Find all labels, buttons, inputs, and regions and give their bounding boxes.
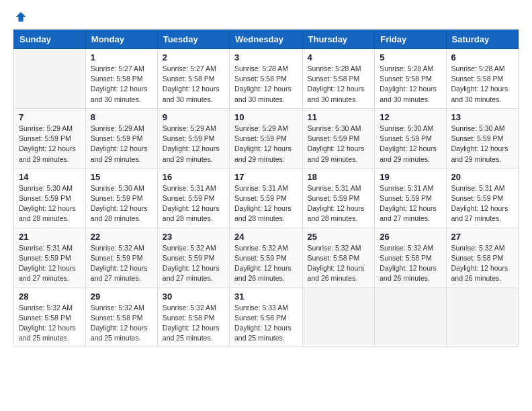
day-number: 17	[234, 172, 298, 182]
day-number: 22	[91, 232, 152, 242]
day-number: 30	[163, 291, 224, 302]
day-number: 1	[91, 52, 152, 62]
calendar-cell: 24Sunrise: 5:32 AM Sunset: 5:59 PM Dayli…	[230, 228, 303, 287]
day-number: 15	[91, 172, 152, 182]
calendar-week-row: 28Sunrise: 5:32 AM Sunset: 5:58 PM Dayli…	[14, 287, 519, 347]
calendar-cell	[446, 287, 518, 347]
day-number: 28	[19, 291, 81, 302]
day-info: Sunrise: 5:27 AM Sunset: 5:58 PM Dayligh…	[163, 64, 224, 105]
calendar-day-header: Thursday	[302, 30, 375, 49]
calendar-cell	[302, 287, 375, 347]
day-number: 2	[163, 52, 224, 62]
day-info: Sunrise: 5:29 AM Sunset: 5:59 PM Dayligh…	[234, 124, 298, 165]
day-number: 9	[163, 112, 224, 122]
calendar-cell: 18Sunrise: 5:31 AM Sunset: 5:59 PM Dayli…	[302, 168, 375, 228]
day-info: Sunrise: 5:33 AM Sunset: 5:58 PM Dayligh…	[234, 303, 298, 344]
day-number: 16	[163, 172, 224, 182]
calendar-cell: 6Sunrise: 5:28 AM Sunset: 5:58 PM Daylig…	[446, 49, 518, 109]
day-info: Sunrise: 5:30 AM Sunset: 5:59 PM Dayligh…	[91, 183, 152, 224]
day-info: Sunrise: 5:30 AM Sunset: 5:59 PM Dayligh…	[380, 124, 441, 165]
day-info: Sunrise: 5:32 AM Sunset: 5:58 PM Dayligh…	[163, 303, 224, 344]
calendar-cell: 16Sunrise: 5:31 AM Sunset: 5:59 PM Dayli…	[157, 168, 229, 228]
day-info: Sunrise: 5:29 AM Sunset: 5:59 PM Dayligh…	[163, 124, 224, 165]
day-number: 3	[234, 52, 298, 62]
calendar-day-header: Monday	[85, 30, 157, 49]
day-number: 25	[308, 232, 370, 242]
day-number: 27	[451, 232, 513, 242]
calendar-table: SundayMondayTuesdayWednesdayThursdayFrid…	[13, 30, 519, 347]
day-info: Sunrise: 5:31 AM Sunset: 5:59 PM Dayligh…	[308, 183, 370, 224]
calendar-day-header: Friday	[375, 30, 446, 49]
day-number: 11	[308, 112, 370, 122]
day-number: 7	[19, 112, 81, 122]
calendar-cell: 5Sunrise: 5:28 AM Sunset: 5:58 PM Daylig…	[375, 49, 446, 109]
svg-marker-0	[16, 12, 26, 21]
day-number: 6	[451, 52, 513, 62]
calendar-cell: 29Sunrise: 5:32 AM Sunset: 5:58 PM Dayli…	[85, 287, 157, 347]
calendar-cell: 27Sunrise: 5:32 AM Sunset: 5:58 PM Dayli…	[446, 228, 518, 287]
calendar-cell: 20Sunrise: 5:31 AM Sunset: 5:59 PM Dayli…	[446, 168, 518, 228]
calendar-day-header: Saturday	[446, 30, 518, 49]
calendar-week-row: 7Sunrise: 5:29 AM Sunset: 5:59 PM Daylig…	[14, 108, 519, 168]
calendar-cell: 25Sunrise: 5:32 AM Sunset: 5:58 PM Dayli…	[302, 228, 375, 287]
calendar-cell: 9Sunrise: 5:29 AM Sunset: 5:59 PM Daylig…	[157, 108, 229, 168]
calendar-cell: 14Sunrise: 5:30 AM Sunset: 5:59 PM Dayli…	[14, 168, 86, 228]
day-info: Sunrise: 5:27 AM Sunset: 5:58 PM Dayligh…	[91, 64, 152, 105]
calendar-day-header: Wednesday	[230, 30, 303, 49]
calendar-cell: 15Sunrise: 5:30 AM Sunset: 5:59 PM Dayli…	[85, 168, 157, 228]
day-info: Sunrise: 5:32 AM Sunset: 5:59 PM Dayligh…	[91, 243, 152, 284]
day-info: Sunrise: 5:31 AM Sunset: 5:59 PM Dayligh…	[234, 183, 298, 224]
day-info: Sunrise: 5:28 AM Sunset: 5:58 PM Dayligh…	[451, 64, 513, 105]
day-info: Sunrise: 5:31 AM Sunset: 5:59 PM Dayligh…	[163, 183, 224, 224]
day-info: Sunrise: 5:31 AM Sunset: 5:59 PM Dayligh…	[380, 183, 441, 224]
day-info: Sunrise: 5:28 AM Sunset: 5:58 PM Dayligh…	[234, 64, 298, 105]
calendar-cell: 13Sunrise: 5:30 AM Sunset: 5:59 PM Dayli…	[446, 108, 518, 168]
calendar-cell: 11Sunrise: 5:30 AM Sunset: 5:59 PM Dayli…	[302, 108, 375, 168]
day-number: 21	[19, 232, 81, 242]
calendar-cell: 30Sunrise: 5:32 AM Sunset: 5:58 PM Dayli…	[157, 287, 229, 347]
day-info: Sunrise: 5:32 AM Sunset: 5:58 PM Dayligh…	[19, 303, 81, 344]
logo	[13, 13, 27, 19]
day-info: Sunrise: 5:28 AM Sunset: 5:58 PM Dayligh…	[308, 64, 370, 105]
day-number: 10	[234, 112, 298, 122]
day-info: Sunrise: 5:29 AM Sunset: 5:59 PM Dayligh…	[91, 124, 152, 165]
calendar-cell: 17Sunrise: 5:31 AM Sunset: 5:59 PM Dayli…	[230, 168, 303, 228]
day-info: Sunrise: 5:32 AM Sunset: 5:59 PM Dayligh…	[234, 243, 298, 284]
day-info: Sunrise: 5:32 AM Sunset: 5:58 PM Dayligh…	[451, 243, 513, 284]
calendar-cell: 23Sunrise: 5:32 AM Sunset: 5:59 PM Dayli…	[157, 228, 229, 287]
calendar-cell: 26Sunrise: 5:32 AM Sunset: 5:58 PM Dayli…	[375, 228, 446, 287]
day-number: 14	[19, 172, 81, 182]
calendar-week-row: 21Sunrise: 5:31 AM Sunset: 5:59 PM Dayli…	[14, 228, 519, 287]
day-number: 20	[451, 172, 513, 182]
day-info: Sunrise: 5:32 AM Sunset: 5:58 PM Dayligh…	[91, 303, 152, 344]
day-info: Sunrise: 5:32 AM Sunset: 5:59 PM Dayligh…	[163, 243, 224, 284]
day-number: 24	[234, 232, 298, 242]
day-number: 8	[91, 112, 152, 122]
day-number: 31	[234, 291, 298, 302]
calendar-cell: 7Sunrise: 5:29 AM Sunset: 5:59 PM Daylig…	[14, 108, 86, 168]
calendar-cell	[14, 49, 86, 109]
calendar-cell: 4Sunrise: 5:28 AM Sunset: 5:58 PM Daylig…	[302, 49, 375, 109]
day-number: 13	[451, 112, 513, 122]
day-info: Sunrise: 5:30 AM Sunset: 5:59 PM Dayligh…	[308, 124, 370, 165]
calendar-cell: 2Sunrise: 5:27 AM Sunset: 5:58 PM Daylig…	[157, 49, 229, 109]
day-info: Sunrise: 5:31 AM Sunset: 5:59 PM Dayligh…	[19, 243, 81, 284]
calendar-cell: 1Sunrise: 5:27 AM Sunset: 5:58 PM Daylig…	[85, 49, 157, 109]
calendar-cell	[375, 287, 446, 347]
day-info: Sunrise: 5:30 AM Sunset: 5:59 PM Dayligh…	[19, 183, 81, 224]
calendar-cell: 21Sunrise: 5:31 AM Sunset: 5:59 PM Dayli…	[14, 228, 86, 287]
calendar-cell: 3Sunrise: 5:28 AM Sunset: 5:58 PM Daylig…	[230, 49, 303, 109]
calendar-header-row: SundayMondayTuesdayWednesdayThursdayFrid…	[14, 30, 519, 49]
day-info: Sunrise: 5:28 AM Sunset: 5:58 PM Dayligh…	[380, 64, 441, 105]
day-number: 5	[380, 52, 441, 62]
day-number: 23	[163, 232, 224, 242]
day-info: Sunrise: 5:31 AM Sunset: 5:59 PM Dayligh…	[451, 183, 513, 224]
page-header	[13, 13, 519, 19]
calendar-cell: 31Sunrise: 5:33 AM Sunset: 5:58 PM Dayli…	[230, 287, 303, 347]
calendar-cell: 28Sunrise: 5:32 AM Sunset: 5:58 PM Dayli…	[14, 287, 86, 347]
day-number: 18	[308, 172, 370, 182]
calendar-cell: 19Sunrise: 5:31 AM Sunset: 5:59 PM Dayli…	[375, 168, 446, 228]
day-info: Sunrise: 5:30 AM Sunset: 5:59 PM Dayligh…	[451, 124, 513, 165]
day-number: 29	[91, 291, 152, 302]
calendar-cell: 8Sunrise: 5:29 AM Sunset: 5:59 PM Daylig…	[85, 108, 157, 168]
